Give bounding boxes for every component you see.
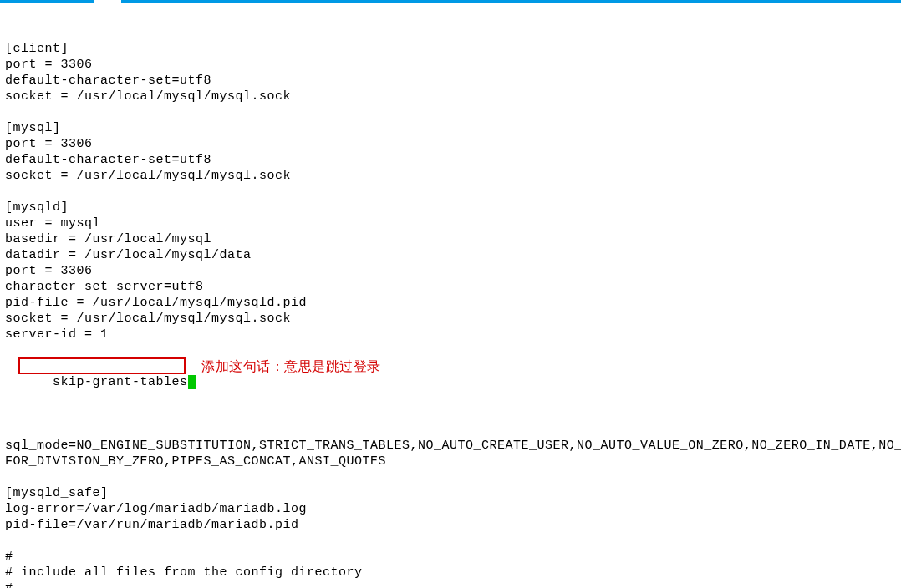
text-cursor: [188, 375, 196, 389]
code-line[interactable]: [5, 533, 896, 549]
code-line[interactable]: #: [5, 549, 896, 565]
code-line[interactable]: default-character-set=utf8: [5, 152, 896, 168]
code-line[interactable]: #: [5, 580, 896, 588]
code-line[interactable]: pid-file = /usr/local/mysql/mysqld.pid: [5, 295, 896, 311]
code-line[interactable]: [5, 184, 896, 200]
editor-area[interactable]: [client]port = 3306default-character-set…: [0, 3, 901, 588]
code-line[interactable]: [mysql]: [5, 120, 896, 136]
code-line[interactable]: FOR_DIVISION_BY_ZERO,PIPES_AS_CONCAT,ANS…: [5, 454, 896, 469]
code-line[interactable]: socket = /usr/local/mysql/mysql.sock: [5, 168, 896, 184]
code-line[interactable]: sql_mode=NO_ENGINE_SUBSTITUTION,STRICT_T…: [5, 438, 896, 454]
code-line[interactable]: [5, 422, 896, 438]
code-line[interactable]: user = mysql: [5, 215, 896, 231]
code-line[interactable]: port = 3306: [5, 136, 896, 152]
red-box-highlight: [18, 357, 186, 374]
code-line[interactable]: socket = /usr/local/mysql/mysql.sock: [5, 89, 896, 104]
code-line[interactable]: [5, 469, 896, 485]
code-line[interactable]: port = 3306: [5, 57, 896, 73]
code-line[interactable]: [mysqld]: [5, 200, 896, 215]
code-line[interactable]: [mysqld_safe]: [5, 485, 896, 501]
code-line[interactable]: socket = /usr/local/mysql/mysql.sock: [5, 311, 896, 327]
code-line[interactable]: # include all files from the config dire…: [5, 565, 896, 580]
code-line[interactable]: default-character-set=utf8: [5, 73, 896, 89]
code-line[interactable]: [client]: [5, 41, 896, 57]
code-line[interactable]: log-error=/var/log/mariadb/mariadb.log: [5, 501, 896, 517]
code-line[interactable]: character_set_server=utf8: [5, 279, 896, 295]
highlighted-line[interactable]: skip-grant-tables添加这句话：意思是跳过登录: [21, 358, 196, 406]
code-line[interactable]: datadir = /usr/local/mysql/data: [5, 247, 896, 263]
highlighted-text: skip-grant-tables: [53, 375, 188, 389]
code-line[interactable]: basedir = /usr/local/mysql: [5, 231, 896, 247]
code-line[interactable]: server-id = 1: [5, 327, 896, 342]
code-line[interactable]: pid-file=/var/run/mariadb/mariadb.pid: [5, 517, 896, 533]
red-annotation: 添加这句话：意思是跳过登录: [201, 358, 381, 374]
code-line[interactable]: port = 3306: [5, 263, 896, 279]
code-line[interactable]: [5, 104, 896, 120]
